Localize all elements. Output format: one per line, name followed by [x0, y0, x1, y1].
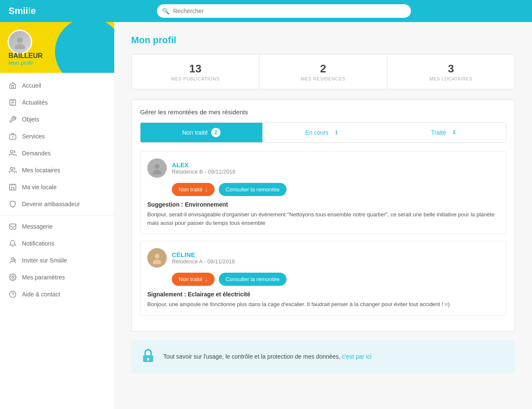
sidebar-item-notifications[interactable]: Notifications: [0, 235, 114, 252]
search-bar: 🔍: [157, 4, 411, 18]
feedback-celine-header: CÉLINE Résidence A - 09/11/2018: [147, 248, 499, 268]
mail-icon: [8, 222, 17, 231]
svg-point-6: [11, 150, 13, 153]
sidebar-item-services[interactable]: Services: [0, 128, 114, 145]
svg-point-16: [154, 164, 160, 169]
app-logo: Smiile: [8, 6, 36, 17]
sidebar-item-accueil[interactable]: Accueil: [0, 77, 114, 94]
stat-locataires-number: 3: [391, 62, 510, 75]
stat-residences-label: MES RÉSIDENCES: [264, 76, 383, 81]
tabs-row: Non traité 2 En cours 1 Traité 3: [140, 122, 506, 143]
sidebar-item-messagerie[interactable]: Messagerie: [0, 218, 114, 235]
layout: BAILLEUR Mon profil Accueil Actualités: [0, 22, 532, 409]
tab-non-traite-badge: 2: [211, 128, 221, 137]
tab-en-cours[interactable]: En cours 1: [262, 123, 384, 142]
search-input[interactable]: [157, 4, 411, 18]
stat-publications-label: MES PUBLICATIONS: [136, 76, 255, 81]
stat-residences[interactable]: 2 MES RÉSIDENCES: [259, 55, 387, 89]
tab-traite[interactable]: Traité 3: [384, 123, 506, 142]
sidebar-item-ambassadeur[interactable]: Devenir ambassadeur: [0, 196, 114, 213]
info-banner-link[interactable]: c'est par ici: [342, 353, 372, 360]
tab-en-cours-badge: 1: [332, 128, 341, 137]
btn-consulter-celine[interactable]: Consulter la remontée: [219, 273, 287, 286]
sidebar-item-parametres[interactable]: Mes paramètres: [0, 269, 114, 286]
tab-non-traite-label: Non traité: [182, 129, 208, 136]
btn-non-traite-celine[interactable]: Non traité ↓: [172, 273, 215, 286]
feedback-alex-text: Bonjour, serait-il envisageable d'organi…: [147, 210, 499, 227]
svg-point-1: [15, 44, 25, 49]
services-icon: [8, 132, 17, 141]
user-name: BAILLEUR: [8, 52, 43, 60]
sidebar-item-label-vie-locale: Ma vie locale: [22, 184, 57, 191]
stat-publications[interactable]: 13 MES PUBLICATIONS: [132, 55, 259, 89]
svg-point-0: [17, 37, 23, 43]
info-banner-text: Tout savoir sur l'usage, le contrôle et …: [163, 353, 372, 360]
sidebar-item-aide[interactable]: Aide & contact: [0, 286, 114, 303]
feedback-alex-avatar: [147, 158, 167, 178]
nav-list: Accueil Actualités Objets Services: [0, 73, 114, 307]
tab-en-cours-label: En cours: [305, 129, 328, 136]
feedback-alex-info: ALEX Résidence B - 09/11/2018: [172, 161, 235, 175]
svg-point-7: [11, 167, 13, 170]
sidebar-item-label-ambassadeur: Devenir ambassadeur: [22, 201, 80, 207]
svg-rect-9: [10, 224, 16, 229]
bell-icon: [8, 239, 17, 248]
sidebar-item-vie-locale[interactable]: Ma vie locale: [0, 179, 114, 196]
svg-point-17: [153, 170, 161, 174]
feedback-celine-text: Bonjour, une ampoule ne fonctionne plus …: [147, 300, 499, 309]
btn-non-traite-alex[interactable]: Non traité ↓: [172, 183, 215, 196]
stat-residences-number: 2: [264, 62, 383, 75]
tools-icon: [8, 115, 17, 124]
stat-locataires[interactable]: 3 MES LOCATAIRES: [387, 55, 515, 89]
sidebar-item-label-objets: Objets: [22, 116, 39, 123]
lock-icon: [140, 347, 157, 367]
nav-divider: [0, 215, 114, 216]
feedback-alex-content: Suggestion : Environnement Bonjour, sera…: [147, 201, 499, 227]
feedback-celine-avatar: [147, 248, 167, 268]
btn-consulter-alex-label: Consulter la remontée: [226, 186, 280, 193]
btn-consulter-celine-label: Consulter la remontée: [226, 276, 280, 282]
building-icon: [8, 183, 17, 191]
info-banner: Tout savoir sur l'usage, le contrôle et …: [131, 340, 515, 373]
stat-locataires-label: MES LOCATAIRES: [391, 76, 510, 81]
svg-rect-22: [148, 359, 149, 361]
arrow-down-icon-2: ↓: [205, 276, 208, 282]
svg-point-13: [12, 276, 14, 279]
feedback-alex-title: Suggestion : Environnement: [147, 201, 499, 208]
feedback-celine-name: CÉLINE: [172, 251, 235, 258]
btn-non-traite-celine-label: Non traité: [179, 276, 202, 282]
sidebar-item-objets[interactable]: Objets: [0, 111, 114, 128]
demandes-icon: [8, 149, 17, 158]
svg-point-19: [153, 260, 161, 264]
sidebar-item-label-notifications: Notifications: [22, 240, 54, 247]
sidebar-item-inviter[interactable]: Inviter sur Smiiile: [0, 252, 114, 269]
page-title: Mon profil: [131, 35, 515, 46]
section-title: Gérer les remontées de mes résidents: [140, 108, 506, 116]
feedback-celine-content: Signalement : Eclairage et électricité B…: [147, 291, 499, 309]
sidebar-item-label-actualites: Actualités: [22, 99, 48, 106]
news-icon: [8, 98, 17, 107]
sidebar-item-label-messagerie: Messagerie: [22, 223, 52, 230]
gear-icon: [8, 273, 17, 282]
sidebar-item-label-accueil: Accueil: [22, 82, 41, 89]
topbar: Smiile 🔍: [0, 0, 532, 22]
sidebar: BAILLEUR Mon profil Accueil Actualités: [0, 22, 114, 409]
help-icon: [8, 290, 17, 298]
sidebar-item-label-inviter: Inviter sur Smiiile: [22, 257, 67, 264]
remontees-section: Gérer les remontées de mes résidents Non…: [131, 99, 515, 332]
feedback-alex-meta: Résidence B - 09/11/2018: [172, 169, 235, 175]
tab-non-traite[interactable]: Non traité 2: [141, 123, 262, 142]
person-add-icon: [8, 256, 17, 265]
feedback-celine-title: Signalement : Eclairage et électricité: [147, 291, 499, 298]
sidebar-item-actualites[interactable]: Actualités: [0, 94, 114, 111]
home-icon: [8, 81, 17, 90]
user-subtitle: Mon profil: [8, 60, 33, 66]
info-banner-message: Tout savoir sur l'usage, le contrôle et …: [163, 353, 340, 360]
sidebar-item-demandes[interactable]: Demandes: [0, 145, 114, 162]
feedback-celine-info: CÉLINE Résidence A - 09/11/2018: [172, 251, 235, 265]
sidebar-item-locataires[interactable]: Mes locataires: [0, 162, 114, 179]
people-icon: [8, 166, 17, 174]
btn-consulter-alex[interactable]: Consulter la remontée: [219, 183, 287, 196]
btn-non-traite-alex-label: Non traité: [179, 186, 202, 193]
stat-publications-number: 13: [136, 62, 255, 75]
